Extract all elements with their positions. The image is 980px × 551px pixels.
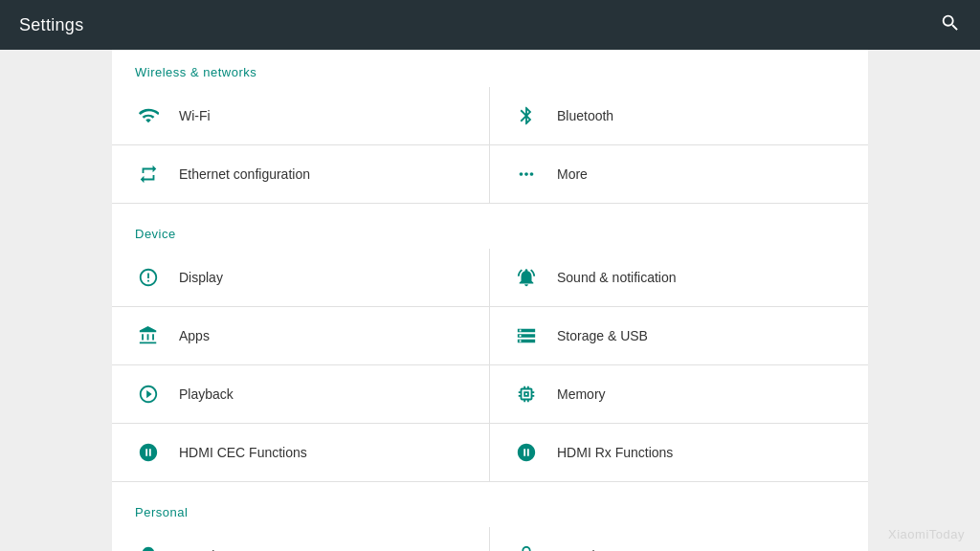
location-icon bbox=[135, 542, 162, 551]
setting-storage[interactable]: Storage & USB bbox=[490, 307, 868, 365]
section-device: Device Display Sound & notification bbox=[112, 211, 868, 482]
storage-label: Storage & USB bbox=[557, 328, 648, 343]
apps-label: Apps bbox=[179, 328, 210, 343]
personal-grid: Location Security Accounts bbox=[112, 527, 868, 551]
playback-icon bbox=[135, 381, 162, 408]
watermark: XiaomiToday bbox=[888, 527, 965, 541]
setting-more[interactable]: More bbox=[490, 145, 868, 204]
setting-memory[interactable]: Memory bbox=[490, 365, 868, 424]
setting-security[interactable]: Security bbox=[490, 527, 868, 551]
security-icon bbox=[513, 542, 540, 551]
wireless-grid: Wi-Fi Bluetooth Ethernet configuration bbox=[112, 87, 868, 204]
wifi-label: Wi-Fi bbox=[179, 108, 211, 123]
more-label: More bbox=[557, 166, 588, 182]
bluetooth-label: Bluetooth bbox=[557, 108, 613, 123]
memory-icon bbox=[513, 381, 540, 408]
setting-hdmi-rx[interactable]: HDMI Rx Functions bbox=[490, 424, 868, 482]
section-header-wireless: Wireless & networks bbox=[112, 50, 868, 87]
section-personal: Personal Location Security bbox=[112, 490, 868, 551]
setting-display[interactable]: Display bbox=[112, 249, 490, 307]
playback-label: Playback bbox=[179, 386, 234, 402]
setting-apps[interactable]: Apps bbox=[112, 307, 490, 365]
setting-ethernet[interactable]: Ethernet configuration bbox=[112, 145, 490, 204]
hdmi-rx-icon bbox=[513, 439, 540, 466]
sound-label: Sound & notification bbox=[557, 270, 677, 285]
ethernet-icon bbox=[135, 161, 162, 187]
setting-wifi[interactable]: Wi-Fi bbox=[112, 87, 490, 145]
hdmi-cec-label: HDMI CEC Functions bbox=[179, 445, 307, 460]
display-label: Display bbox=[179, 270, 223, 285]
section-header-device: Device bbox=[112, 211, 868, 249]
section-header-personal: Personal bbox=[112, 490, 868, 527]
setting-location[interactable]: Location bbox=[112, 527, 490, 551]
hdmi-rx-label: HDMI Rx Functions bbox=[557, 445, 673, 460]
setting-hdmi-cec[interactable]: HDMI CEC Functions bbox=[112, 424, 490, 482]
setting-sound[interactable]: Sound & notification bbox=[490, 249, 868, 307]
topbar: Settings bbox=[0, 0, 980, 50]
more-icon bbox=[513, 161, 540, 187]
storage-icon bbox=[513, 322, 540, 349]
apps-icon bbox=[135, 322, 162, 349]
hdmi-cec-icon bbox=[135, 439, 162, 466]
setting-bluetooth[interactable]: Bluetooth bbox=[490, 87, 868, 145]
settings-container: Wireless & networks Wi-Fi Bluetooth bbox=[112, 50, 868, 551]
sound-icon bbox=[513, 264, 540, 291]
device-grid: Display Sound & notification Apps bbox=[112, 249, 868, 482]
bluetooth-icon bbox=[513, 102, 540, 129]
section-wireless: Wireless & networks Wi-Fi Bluetooth bbox=[112, 50, 868, 204]
memory-label: Memory bbox=[557, 386, 606, 402]
search-button[interactable] bbox=[940, 12, 961, 38]
content-area: Wireless & networks Wi-Fi Bluetooth bbox=[0, 50, 980, 551]
page-title: Settings bbox=[19, 15, 83, 35]
ethernet-label: Ethernet configuration bbox=[179, 166, 310, 182]
display-icon bbox=[135, 264, 162, 291]
setting-playback[interactable]: Playback bbox=[112, 365, 490, 424]
wifi-icon bbox=[135, 102, 162, 129]
